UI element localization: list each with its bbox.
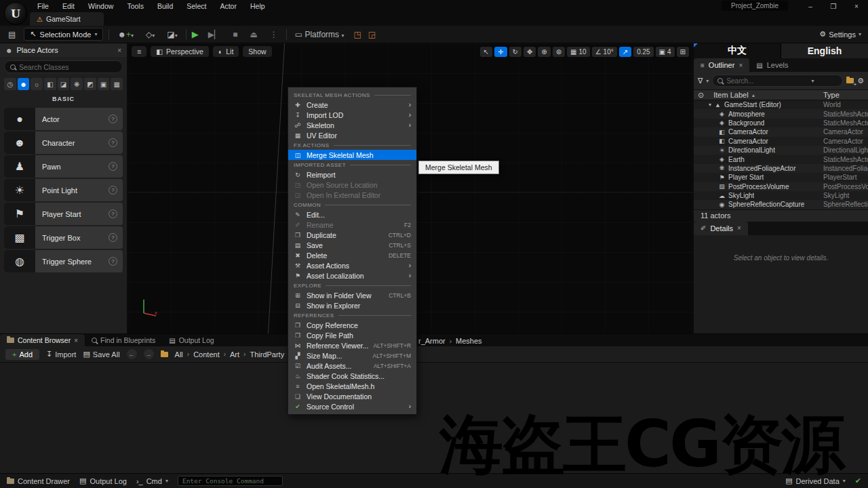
scale-tool[interactable]: ✥ (524, 47, 536, 57)
menu-item-asset-localization[interactable]: ⚑Asset Localization› (288, 270, 416, 281)
breadcrumb-art[interactable]: Art (230, 350, 239, 359)
tab-levels[interactable]: ▤ Levels (749, 58, 795, 72)
menu-item-save[interactable]: ▤SaveCTRL+S (288, 240, 416, 250)
revision-control-status[interactable]: ✔ (855, 476, 861, 485)
place-actors-tab[interactable]: ☻ Place Actors × (0, 43, 127, 57)
menu-item-show-in-folder-view[interactable]: ⊞Show in Folder ViewCTRL+B (288, 290, 416, 300)
tab-gamestart[interactable]: ⚠ GameStart (30, 12, 104, 26)
outliner-row-atmosphere[interactable]: ◈AtmosphereStaticMeshActor (694, 109, 868, 118)
minimize-button[interactable]: – (799, 0, 822, 12)
play-options-kebab-icon[interactable]: ⋮ (267, 29, 281, 40)
menu-item-open-source-location[interactable]: ◳Open Source Location (288, 180, 416, 190)
save-button[interactable]: ▤ (5, 29, 18, 40)
outliner-row-postprocessvolume[interactable]: ▨PostProcessVolumePostProcessVolume (694, 182, 868, 191)
maximize-viewport-button[interactable]: ⊞ (677, 47, 689, 57)
camera-mode-dropdown[interactable]: ◧Perspective (151, 46, 209, 57)
breadcrumb-all[interactable]: All (175, 350, 183, 359)
outliner-row-player-start[interactable]: ⚑Player StartPlayerStart (694, 173, 868, 182)
menu-item-skeleton[interactable]: ☍Skeleton› (288, 120, 416, 130)
project-launcher-icon[interactable]: ◳ (353, 30, 361, 39)
shapes-category-icon[interactable]: ◧ (44, 78, 56, 90)
menu-item-import-lod[interactable]: ↧Import LOD› (288, 110, 416, 120)
expander-icon[interactable]: ▾ (709, 102, 711, 108)
place-actor-character[interactable]: ☻Character? (4, 131, 123, 154)
rotate-tool[interactable]: ↻ (509, 47, 521, 57)
menu-item-duplicate[interactable]: ❐DuplicateCTRL+D (288, 230, 416, 240)
menu-item-reference-viewer[interactable]: ⋈Reference Viewer...ALT+SHIFT+R (288, 340, 416, 350)
language-english-button[interactable]: English (781, 43, 868, 58)
stop-button[interactable]: ■ (230, 29, 240, 40)
volumes-category-icon[interactable]: ▣ (98, 78, 110, 90)
filter-icon[interactable]: ∇ (698, 77, 703, 85)
menubar-select[interactable]: Select (180, 1, 212, 12)
menubar-file[interactable]: File (31, 1, 55, 12)
console-command-input[interactable] (182, 477, 278, 485)
menu-item-audit-assets[interactable]: ☑Audit Assets...ALT+SHIFT+A (288, 361, 416, 371)
close-button[interactable]: × (845, 0, 868, 12)
add-button[interactable]: + Add (5, 349, 39, 360)
outliner-search-input[interactable] (726, 77, 808, 85)
menu-item-merge-skeletal-mesh[interactable]: ◫Merge Skeletal Mesh (288, 150, 416, 160)
unreal-logo[interactable]: U (4, 2, 27, 25)
visual-effects-category-icon[interactable]: ❋ (71, 78, 83, 90)
surface-snap-toggle[interactable]: ⊛ (553, 47, 565, 57)
menu-item-uv-editor[interactable]: ▦UV Editor (288, 130, 416, 140)
menu-item-view-documentation[interactable]: ❏View Documentation (288, 391, 416, 401)
tab-details[interactable]: ✐ Details × (694, 222, 748, 235)
place-actor-trigger-box[interactable]: ▩Trigger Box? (4, 226, 123, 249)
outliner-row-background[interactable]: ◈BackgroundStaticMeshActor (694, 119, 868, 127)
view-mode-dropdown[interactable]: ◐Lit (213, 46, 239, 57)
show-dropdown[interactable]: Show (243, 46, 271, 57)
outliner-row-cameraactor[interactable]: ◧CameraActorCameraActor (694, 127, 868, 136)
menu-item-source-control[interactable]: ✔Source Control› (288, 401, 416, 411)
breadcrumb-meshes[interactable]: Meshes (456, 337, 482, 345)
viewport-options-menu[interactable]: ≡ (132, 46, 146, 57)
lights-category-icon[interactable]: ☼ (31, 78, 43, 90)
language-chinese-button[interactable]: 中文 (694, 43, 781, 58)
cinematics-button[interactable]: ◪▾ (164, 29, 180, 40)
outliner-row-gamestart-editor[interactable]: ▾▲GameStart (Editor)World (694, 100, 868, 109)
outliner-row-instancedfoliageactor[interactable]: ❋InstancedFoliageActorInstancedFoliageAc… (694, 164, 868, 173)
close-icon[interactable]: × (737, 224, 741, 232)
editor-settings-dropdown[interactable]: ⚙ Settings ▾ (819, 30, 861, 39)
menu-item-show-in-explorer[interactable]: ⊟Show in Explorer (288, 300, 416, 310)
place-actor-point-light[interactable]: ☀Point Light? (4, 179, 123, 201)
menubar-build[interactable]: Build (151, 1, 179, 12)
menu-item-open-in-external-editor[interactable]: ◲Open In External Editor (288, 190, 416, 200)
column-item-label[interactable]: Item Label▲ (713, 91, 755, 99)
close-icon[interactable]: × (117, 47, 121, 54)
selection-mode-dropdown[interactable]: ↖ Selection Mode ▾ (24, 28, 103, 41)
outliner-row-skylight[interactable]: ☁SkyLightSkyLight (694, 191, 868, 200)
close-icon[interactable]: × (74, 337, 78, 344)
menu-item-size-map[interactable]: ▞Size Map...ALT+SHIFT+M (288, 350, 416, 361)
tab-content-browser[interactable]: Content Browser × (0, 334, 85, 346)
menu-item-shader-cook-statistics[interactable]: ♨Shader Cook Statistics... (288, 371, 416, 381)
menubar-edit[interactable]: Edit (56, 1, 81, 12)
rotation-snap-toggle[interactable]: ∠10° (592, 47, 617, 57)
basic-category-icon[interactable]: ☻ (18, 78, 30, 90)
outliner-row-earth[interactable]: ◈EarthStaticMeshActor (694, 155, 868, 163)
move-tool[interactable]: ✛ (494, 47, 507, 57)
device-output-icon[interactable]: ◲ (368, 30, 376, 39)
back-button[interactable]: ← (127, 349, 137, 359)
outliner-row-cameraactor[interactable]: ◧CameraActorCameraActor (694, 137, 868, 146)
column-type[interactable]: Type (823, 91, 868, 99)
tab-outliner[interactable]: ≡ Outliner × (694, 58, 749, 72)
forward-button[interactable]: → (144, 349, 154, 359)
import-button[interactable]: ↧ Import (46, 350, 76, 359)
geometry-category-icon[interactable]: ◩ (84, 78, 96, 90)
menu-item-create[interactable]: ✚Create› (288, 100, 416, 110)
place-actor-trigger-sphere[interactable]: ◍Trigger Sphere? (4, 250, 123, 272)
tab-output-log[interactable]: ▤ Output Log (162, 334, 220, 346)
scale-snap-value-chip[interactable]: 0.25 (633, 47, 653, 57)
outliner-row-directionallight[interactable]: ☀DirectionalLightDirectionalLight (694, 146, 868, 155)
all-classes-category-icon[interactable]: ▦ (111, 78, 123, 90)
place-actor-player-start[interactable]: ⚑Player Start? (4, 203, 123, 225)
menu-item-copy-file-path[interactable]: ❐Copy File Path (288, 330, 416, 340)
frame-skip-button[interactable]: ▶▏ (205, 29, 223, 40)
menu-item-asset-actions[interactable]: ⚒Asset Actions› (288, 260, 416, 270)
platforms-dropdown[interactable]: ▭ Platforms ▾ (292, 29, 347, 40)
close-icon[interactable]: × (738, 62, 743, 69)
new-folder-button[interactable] (846, 77, 854, 85)
save-all-button[interactable]: ▤ Save All (83, 350, 119, 359)
